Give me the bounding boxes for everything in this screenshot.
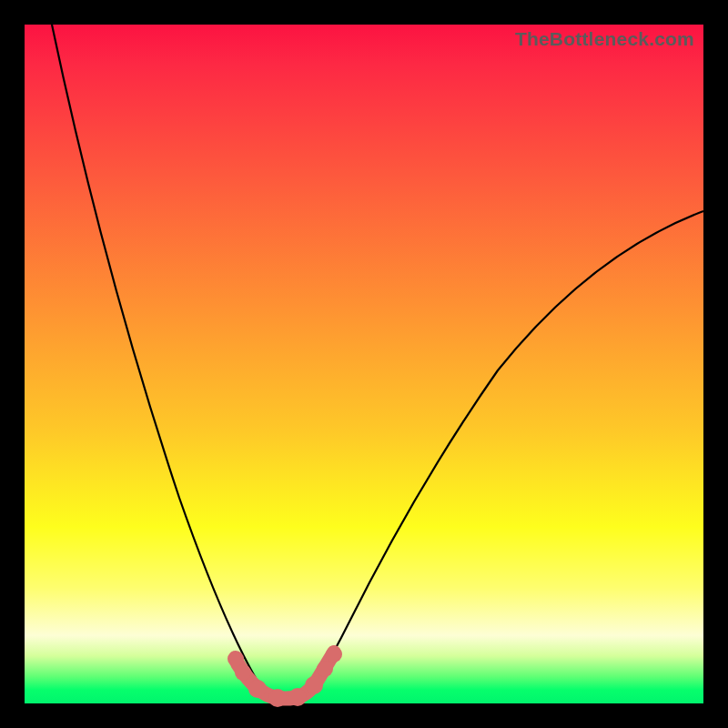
right-curve bbox=[298, 211, 703, 701]
left-curve bbox=[52, 25, 277, 701]
marker-dot bbox=[317, 661, 333, 677]
marker-dot bbox=[326, 646, 342, 662]
marker-dot bbox=[305, 676, 323, 694]
marker-dot bbox=[235, 664, 251, 681]
outer-frame: TheBottleneck.com bbox=[0, 0, 728, 728]
plot-area: TheBottleneck.com bbox=[25, 25, 703, 703]
marker-dot bbox=[288, 688, 307, 706]
chart-svg bbox=[25, 25, 703, 703]
marker-dot bbox=[248, 680, 267, 698]
marker-dot bbox=[268, 689, 287, 707]
